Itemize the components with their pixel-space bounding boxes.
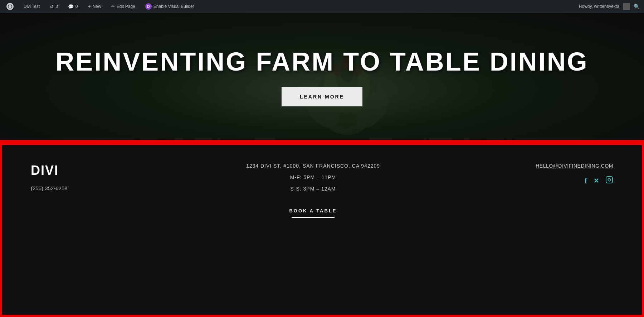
plus-icon: + xyxy=(88,4,91,9)
site-name-item[interactable]: Divi Test xyxy=(21,0,42,13)
new-item[interactable]: + New xyxy=(86,0,103,13)
footer-address: 1234 DIVI ST. #1000, SAN FRANCISCO, CA 9… xyxy=(246,163,380,169)
revisions-item[interactable]: ↺ 3 xyxy=(48,0,60,13)
admin-bar: Divi Test ↺ 3 💬 0 + New ✏ Edit Page D En… xyxy=(0,0,644,13)
footer-right: HELLO@DIVIFINEDINING.COM f ✕ xyxy=(524,163,613,186)
footer-hours-weekday: M-F: 5PM – 11PM xyxy=(290,174,336,180)
hero-content: REINVENTING FARM TO TABLE DINING LEARN M… xyxy=(55,47,588,106)
pencil-icon: ✏ xyxy=(111,4,115,9)
admin-avatar[interactable] xyxy=(623,3,630,10)
book-a-table-label: BOOK A TABLE xyxy=(289,208,337,213)
book-underline xyxy=(292,217,335,218)
svg-point-17 xyxy=(611,178,611,178)
site-name-label: Divi Test xyxy=(24,4,40,9)
footer-logo: DIVI xyxy=(31,163,102,178)
facebook-icon[interactable]: f xyxy=(585,176,587,186)
svg-point-16 xyxy=(608,178,610,181)
new-label: New xyxy=(93,4,101,9)
revisions-count: 3 xyxy=(55,4,58,9)
footer-section: DIVI (255) 352-6258 1234 DIVI ST. #1000,… xyxy=(0,143,644,317)
divi-icon: D xyxy=(145,3,152,10)
revisions-icon: ↺ xyxy=(50,4,54,9)
hero-title: REINVENTING FARM TO TABLE DINING xyxy=(55,47,588,76)
svg-rect-15 xyxy=(606,177,613,183)
learn-more-button[interactable]: LEARN MORE xyxy=(282,87,362,106)
comments-icon: 💬 xyxy=(68,4,74,9)
footer-email[interactable]: HELLO@DIVIFINEDINING.COM xyxy=(536,163,613,169)
twitter-x-icon[interactable]: ✕ xyxy=(594,177,599,185)
search-icon[interactable]: 🔍 xyxy=(634,4,640,9)
visual-builder-item[interactable]: D Enable Visual Builder xyxy=(143,0,196,13)
wp-logo-icon xyxy=(6,3,14,10)
visual-builder-label: Enable Visual Builder xyxy=(153,4,194,9)
comments-count: 0 xyxy=(75,4,78,9)
howdy-text: Howdy, writtenbyekta xyxy=(579,4,619,9)
book-a-table-button[interactable]: BOOK A TABLE xyxy=(289,208,337,218)
hero-section: REINVENTING FARM TO TABLE DINING LEARN M… xyxy=(0,13,644,140)
edit-page-item[interactable]: ✏ Edit Page xyxy=(109,0,137,13)
footer-hours-weekend: S-S: 3PM – 12AM xyxy=(290,186,336,192)
edit-page-label: Edit Page xyxy=(117,4,135,9)
footer-center: 1234 DIVI ST. #1000, SAN FRANCISCO, CA 9… xyxy=(102,163,524,218)
instagram-icon[interactable] xyxy=(605,176,613,186)
footer-left: DIVI (255) 352-6258 xyxy=(31,163,102,191)
wp-logo-item[interactable] xyxy=(4,0,16,13)
footer-social-links: f ✕ xyxy=(585,176,613,186)
admin-bar-right: Howdy, writtenbyekta 🔍 xyxy=(579,3,640,10)
svg-point-0 xyxy=(8,4,13,9)
footer-phone: (255) 352-6258 xyxy=(31,185,102,191)
red-border-separator xyxy=(0,140,644,143)
comments-item[interactable]: 💬 0 xyxy=(66,0,80,13)
